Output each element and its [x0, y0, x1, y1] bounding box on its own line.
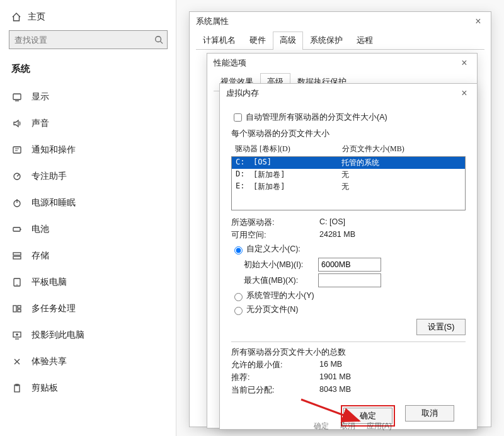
min-value: 16 MB [319, 360, 466, 370]
no-paging-radio[interactable] [234, 307, 243, 315]
sidebar-item-clipboard[interactable]: 剪贴板 [0, 375, 176, 401]
svg-rect-16 [13, 306, 16, 312]
svg-rect-4 [13, 147, 21, 153]
close-icon[interactable]: × [472, 16, 484, 27]
no-paging-label: 无分页文件(N) [246, 304, 298, 315]
perf-title: 性能选项 [214, 57, 246, 69]
panel-divider [176, 0, 176, 436]
col-drive: 驱动器 [卷标](D) [235, 144, 342, 154]
sidebar-item-project[interactable]: 投影到此电脑 [0, 322, 176, 348]
svg-point-15 [16, 284, 18, 285]
svg-rect-2 [13, 94, 21, 100]
sidebar-item-power[interactable]: 电源和睡眠 [0, 190, 176, 216]
svg-line-1 [161, 42, 163, 44]
sidebar-item-sound[interactable]: 声音 [0, 110, 176, 137]
underlying-dialog-buttons: 确定 取消 应用(A) [314, 421, 392, 432]
battery-icon [11, 224, 23, 235]
vmem-title: 虚拟内存 [226, 88, 259, 99]
sidebar-item-multitask[interactable]: 多任务处理 [0, 295, 176, 322]
tab-硬件[interactable]: 硬件 [243, 32, 273, 50]
svg-rect-20 [14, 385, 20, 392]
sidebar-item-label: 专注助手 [32, 171, 67, 182]
cur-value: 8043 MB [319, 385, 466, 396]
custom-size-radio[interactable] [234, 246, 243, 255]
initial-size-label: 初始大小(MB)(I): [244, 260, 318, 270]
display-icon [11, 91, 23, 103]
project-icon [11, 330, 23, 341]
selected-drive-value: C: [OS] [319, 217, 466, 228]
drive-list[interactable]: C:[OS]托管的系统D:[新加卷]无E:[新加卷]无 [231, 156, 466, 210]
focus-icon [11, 171, 23, 182]
each-drive-label: 每个驱动器的分页文件大小 [231, 129, 466, 139]
close-icon[interactable]: × [458, 57, 471, 69]
svg-rect-17 [18, 306, 21, 308]
sidebar-item-label: 声音 [32, 118, 49, 129]
svg-rect-10 [13, 227, 20, 231]
custom-size-label: 自定义大小(C): [246, 244, 301, 255]
max-size-input[interactable] [318, 273, 381, 287]
sidebar-item-label: 通知和操作 [32, 144, 76, 156]
drive-row[interactable]: C:[OS]托管的系统 [232, 157, 465, 169]
sidebar-item-label: 剪贴板 [32, 382, 58, 394]
settings-search[interactable] [9, 30, 168, 49]
cancel-button[interactable]: 取消 [405, 405, 454, 422]
min-label: 允许的最小值: [231, 360, 319, 370]
sidebar-item-battery[interactable]: 电池 [0, 216, 176, 243]
virtual-memory-dialog: 虚拟内存 × 自动管理所有驱动器的分页文件大小(A) 每个驱动器的分页文件大小 … [219, 83, 478, 430]
svg-rect-12 [13, 253, 21, 255]
system-managed-label: 系统管理的大小(Y) [246, 290, 314, 301]
clipboard-icon [11, 382, 23, 394]
sidebar-item-label: 多任务处理 [32, 303, 76, 314]
search-input[interactable] [13, 35, 154, 45]
tab-高级[interactable]: 高级 [273, 32, 303, 50]
sidebar-item-display[interactable]: 显示 [0, 84, 176, 110]
cur-label: 当前已分配: [231, 385, 319, 396]
svg-rect-18 [18, 309, 21, 312]
tablet-icon [11, 277, 23, 288]
close-icon[interactable]: × [458, 88, 471, 99]
selected-drive-label: 所选驱动器: [231, 217, 319, 228]
home-link[interactable]: 主页 [0, 8, 176, 30]
home-icon [11, 12, 21, 22]
totals-title: 所有驱动器分页文件大小的总数 [231, 341, 466, 358]
storage-icon [11, 250, 23, 261]
sysprop-title: 系统属性 [196, 16, 229, 27]
search-icon [154, 35, 163, 44]
underlying-apply: 应用(A) [367, 421, 392, 432]
sound-icon [11, 118, 23, 129]
svg-rect-11 [20, 229, 21, 230]
col-size: 分页文件大小(MB) [342, 144, 462, 154]
sidebar-item-focus[interactable]: 专注助手 [0, 163, 176, 190]
tab-系统保护[interactable]: 系统保护 [303, 32, 350, 50]
sidebar-item-share[interactable]: 体验共享 [0, 348, 176, 375]
tab-远程[interactable]: 远程 [350, 32, 380, 50]
sidebar-item-tablet[interactable]: 平板电脑 [0, 269, 176, 295]
sidebar-item-label: 电池 [32, 224, 49, 235]
underlying-ok: 确定 [314, 421, 329, 432]
drive-row[interactable]: D:[新加卷]无 [232, 169, 465, 181]
initial-size-input[interactable] [318, 258, 381, 272]
max-size-label: 最大值(MB)(X): [244, 275, 318, 286]
sidebar-item-label: 平板电脑 [32, 277, 67, 288]
multitask-icon [11, 303, 23, 314]
share-icon [11, 356, 23, 367]
free-space-value: 24281 MB [319, 230, 466, 241]
underlying-cancel: 取消 [340, 421, 355, 432]
free-space-label: 可用空间: [231, 230, 319, 241]
tab-计算机名[interactable]: 计算机名 [196, 32, 243, 50]
set-button[interactable]: 设置(S) [416, 319, 466, 335]
auto-manage-checkbox[interactable] [234, 113, 242, 122]
notification-icon [11, 144, 23, 156]
sidebar-item-label: 体验共享 [32, 356, 67, 367]
drive-row[interactable]: E:[新加卷]无 [232, 181, 465, 193]
sidebar-item-label: 显示 [32, 91, 49, 103]
svg-rect-13 [13, 256, 21, 259]
svg-point-0 [156, 37, 161, 42]
sidebar-item-label: 投影到此电脑 [32, 330, 84, 341]
sidebar-item-storage[interactable]: 存储 [0, 243, 176, 269]
system-managed-radio[interactable] [234, 293, 243, 301]
sidebar-item-notification[interactable]: 通知和操作 [0, 137, 176, 163]
section-title: 系统 [0, 58, 176, 84]
home-label: 主页 [28, 11, 45, 23]
power-icon [11, 197, 23, 209]
